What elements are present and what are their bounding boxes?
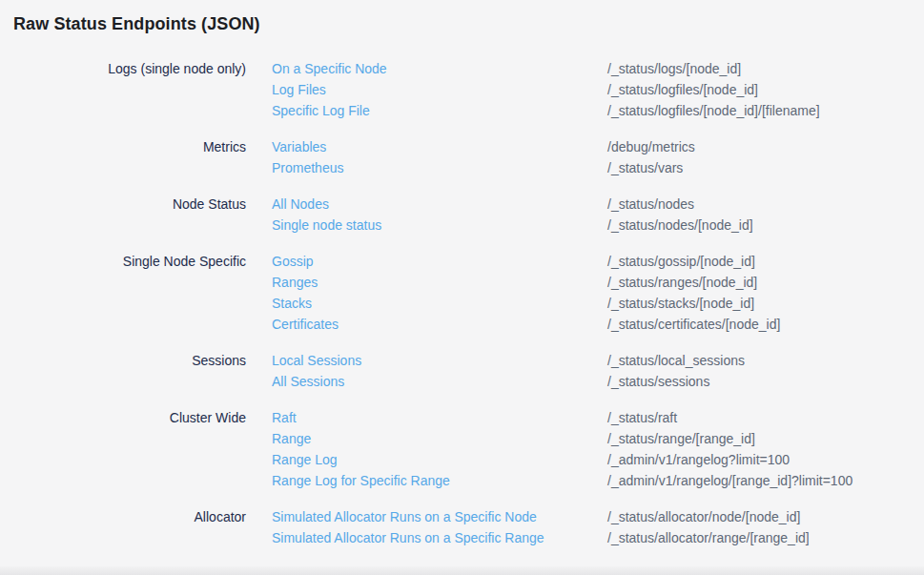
category-label: Allocator — [13, 506, 246, 527]
category-label: Single Node Specific — [13, 251, 246, 272]
page-title: Raw Status Endpoints (JSON) — [13, 14, 924, 34]
endpoint-row: Gossip /_status/gossip/[node_id] — [272, 251, 924, 272]
endpoint-row: Variables /debug/metrics — [272, 136, 924, 157]
endpoint-link[interactable]: Range — [272, 428, 607, 449]
endpoint-rows: On a Specific Node /_status/logs/[node_i… — [272, 58, 924, 121]
endpoint-path: /_status/sessions — [607, 371, 709, 392]
bottom-divider — [0, 566, 924, 575]
endpoint-link[interactable]: Specific Log File — [272, 100, 607, 121]
debug-page: Raw Status Endpoints (JSON) Logs (single… — [0, 0, 924, 575]
endpoint-row: Single node status /_status/nodes/[node_… — [272, 215, 924, 236]
endpoint-path: /_status/range/[range_id] — [607, 428, 755, 449]
endpoint-path: /_admin/v1/rangelog/[range_id]?limit=100 — [607, 470, 852, 491]
endpoint-section: Metrics Variables /debug/metrics Prometh… — [13, 136, 924, 178]
endpoint-path: /_status/logfiles/[node_id]/[filename] — [607, 100, 820, 121]
category-label: Cluster Wide — [13, 407, 246, 428]
endpoint-link[interactable]: Range Log for Specific Range — [272, 470, 607, 491]
endpoint-path: /_status/logfiles/[node_id] — [607, 79, 758, 100]
endpoint-link[interactable]: Simulated Allocator Runs on a Specific N… — [272, 506, 607, 527]
endpoint-row: Range /_status/range/[range_id] — [272, 428, 924, 449]
endpoint-section: Logs (single node only) On a Specific No… — [13, 58, 924, 121]
endpoint-rows: All Nodes /_status/nodes Single node sta… — [272, 194, 924, 236]
endpoint-row: Local Sessions /_status/local_sessions — [272, 350, 924, 371]
endpoint-link[interactable]: Ranges — [272, 272, 607, 293]
endpoint-row: All Sessions /_status/sessions — [272, 371, 924, 392]
endpoint-row: All Nodes /_status/nodes — [272, 194, 924, 215]
endpoint-row: Log Files /_status/logfiles/[node_id] — [272, 79, 924, 100]
endpoint-rows: Variables /debug/metrics Prometheus /_st… — [272, 136, 924, 178]
endpoint-path: /_admin/v1/rangelog?limit=100 — [607, 449, 790, 470]
endpoint-row: Stacks /_status/stacks/[node_id] — [272, 293, 924, 314]
endpoint-path: /debug/metrics — [607, 136, 695, 157]
endpoint-link[interactable]: Simulated Allocator Runs on a Specific R… — [272, 527, 607, 548]
endpoint-link[interactable]: Single node status — [272, 215, 607, 236]
endpoint-rows: Simulated Allocator Runs on a Specific N… — [272, 506, 924, 548]
endpoint-link[interactable]: Variables — [272, 136, 607, 157]
endpoint-sections: Logs (single node only) On a Specific No… — [13, 58, 924, 548]
category-label: Metrics — [13, 136, 246, 157]
endpoint-section: Sessions Local Sessions /_status/local_s… — [13, 350, 924, 392]
endpoint-row: Specific Log File /_status/logfiles/[nod… — [272, 100, 924, 121]
endpoint-row: Simulated Allocator Runs on a Specific R… — [272, 527, 924, 548]
endpoint-path: /_status/logs/[node_id] — [607, 58, 741, 79]
endpoint-link[interactable]: All Sessions — [272, 371, 607, 392]
endpoint-rows: Local Sessions /_status/local_sessions A… — [272, 350, 924, 392]
endpoint-link[interactable]: Stacks — [272, 293, 607, 314]
endpoint-row: Range Log /_admin/v1/rangelog?limit=100 — [272, 449, 924, 470]
endpoint-link[interactable]: Prometheus — [272, 157, 607, 178]
endpoint-path: /_status/nodes/[node_id] — [607, 215, 753, 236]
endpoint-path: /_status/local_sessions — [607, 350, 745, 371]
endpoint-row: Simulated Allocator Runs on a Specific N… — [272, 506, 924, 527]
endpoint-row: Certificates /_status/certificates/[node… — [272, 314, 924, 335]
endpoint-link[interactable]: Certificates — [272, 314, 607, 335]
endpoint-link[interactable]: All Nodes — [272, 194, 607, 215]
endpoint-row: Range Log for Specific Range /_admin/v1/… — [272, 470, 924, 491]
endpoint-link[interactable]: Raft — [272, 407, 607, 428]
endpoint-row: Ranges /_status/ranges/[node_id] — [272, 272, 924, 293]
endpoint-row: On a Specific Node /_status/logs/[node_i… — [272, 58, 924, 79]
endpoint-section: Single Node Specific Gossip /_status/gos… — [13, 251, 924, 335]
endpoint-link[interactable]: On a Specific Node — [272, 58, 607, 79]
endpoint-row: Raft /_status/raft — [272, 407, 924, 428]
endpoint-path: /_status/certificates/[node_id] — [607, 314, 780, 335]
endpoint-link[interactable]: Local Sessions — [272, 350, 607, 371]
endpoint-rows: Raft /_status/raft Range /_status/range/… — [272, 407, 924, 491]
endpoint-link[interactable]: Log Files — [272, 79, 607, 100]
endpoint-path: /_status/allocator/node/[node_id] — [607, 506, 800, 527]
endpoint-path: /_status/nodes — [607, 194, 694, 215]
category-label: Logs (single node only) — [13, 58, 246, 79]
category-label: Sessions — [13, 350, 246, 371]
endpoint-link[interactable]: Range Log — [272, 449, 607, 470]
category-label: Node Status — [13, 194, 246, 215]
endpoint-section: Cluster Wide Raft /_status/raft Range /_… — [13, 407, 924, 491]
endpoint-path: /_status/vars — [607, 157, 683, 178]
endpoint-rows: Gossip /_status/gossip/[node_id] Ranges … — [272, 251, 924, 335]
endpoint-link[interactable]: Gossip — [272, 251, 607, 272]
endpoint-path: /_status/stacks/[node_id] — [607, 293, 754, 314]
endpoint-path: /_status/gossip/[node_id] — [607, 251, 755, 272]
endpoint-section: Node Status All Nodes /_status/nodes Sin… — [13, 194, 924, 236]
endpoint-path: /_status/raft — [607, 407, 677, 428]
endpoint-section: Allocator Simulated Allocator Runs on a … — [13, 506, 924, 548]
endpoint-row: Prometheus /_status/vars — [272, 157, 924, 178]
endpoint-path: /_status/allocator/range/[range_id] — [607, 527, 810, 548]
endpoint-path: /_status/ranges/[node_id] — [607, 272, 757, 293]
